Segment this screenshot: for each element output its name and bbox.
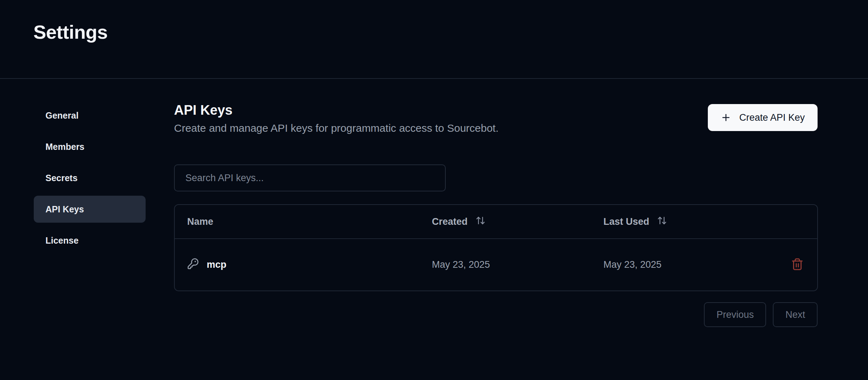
section-title: API Keys [174, 102, 233, 119]
previous-page-button[interactable]: Previous [704, 302, 766, 327]
sidebar-item-license[interactable]: License [34, 227, 146, 254]
next-page-button[interactable]: Next [773, 302, 818, 327]
create-api-key-label: Create API Key [739, 112, 805, 123]
column-header-name: Name [175, 216, 432, 227]
page-title: Settings [33, 21, 108, 44]
column-header-last-used-label: Last Used [603, 216, 649, 227]
api-keys-panel: API Keys Create and manage API keys for … [174, 0, 818, 380]
delete-api-key-button[interactable] [791, 258, 804, 272]
settings-page: Settings General Members Secrets API Key… [0, 0, 868, 380]
sort-arrows-icon [476, 216, 485, 228]
key-icon [187, 258, 199, 272]
settings-sidebar: General Members Secrets API Keys License [34, 102, 146, 254]
table-header-row: Name Created Last Used [175, 205, 817, 239]
api-key-actions-cell [788, 258, 817, 272]
search-input[interactable] [174, 164, 446, 191]
plus-icon [721, 112, 731, 123]
sidebar-item-api-keys[interactable]: API Keys [34, 196, 146, 223]
api-key-created-cell: May 23, 2025 [432, 259, 603, 270]
sort-arrows-icon [657, 216, 667, 228]
create-api-key-button[interactable]: Create API Key [708, 104, 818, 131]
table-row: mcp May 23, 2025 May 23, 2025 [175, 239, 817, 291]
sidebar-item-secrets[interactable]: Secrets [34, 164, 146, 191]
sidebar-item-general[interactable]: General [34, 102, 146, 129]
api-keys-table: Name Created Last Used [174, 204, 818, 291]
trash-icon [791, 258, 804, 272]
section-subtitle: Create and manage API keys for programma… [174, 121, 499, 135]
sidebar-item-members[interactable]: Members [34, 133, 146, 160]
column-header-created-label: Created [432, 216, 468, 227]
api-key-last-used-cell: May 23, 2025 [603, 259, 788, 270]
column-header-created[interactable]: Created [432, 216, 603, 228]
pagination: Previous Next [704, 302, 818, 327]
api-key-name: mcp [207, 259, 227, 270]
column-header-name-label: Name [187, 216, 213, 227]
api-key-name-cell: mcp [175, 258, 432, 272]
column-header-last-used[interactable]: Last Used [603, 216, 788, 228]
